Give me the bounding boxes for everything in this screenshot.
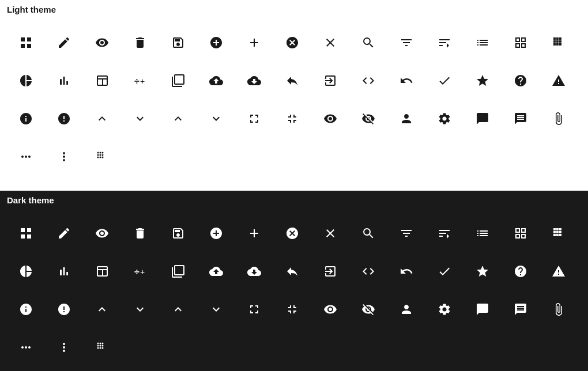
upload-cloud-icon[interactable] bbox=[197, 62, 235, 100]
pencil-icon[interactable] bbox=[45, 24, 83, 62]
dark-info-icon[interactable] bbox=[7, 290, 45, 328]
help-icon[interactable] bbox=[502, 62, 540, 100]
dark-logout-icon[interactable] bbox=[311, 252, 349, 290]
dark-account-icon[interactable] bbox=[387, 290, 425, 328]
fullscreen-icon[interactable] bbox=[235, 100, 273, 138]
grid-small-icon[interactable] bbox=[540, 24, 578, 62]
fullscreen-exit-icon[interactable] bbox=[273, 100, 311, 138]
light-theme-title: Light theme bbox=[0, 0, 588, 20]
star-icon[interactable] bbox=[463, 62, 502, 100]
dark-sort-desc-icon[interactable] bbox=[425, 214, 463, 252]
dark-comment-icon[interactable] bbox=[463, 290, 502, 328]
dark-eye-off-icon[interactable] bbox=[349, 290, 387, 328]
grid4-icon[interactable] bbox=[502, 24, 540, 62]
dark-trash-icon[interactable] bbox=[121, 214, 159, 252]
dark-bar-chart-icon[interactable] bbox=[45, 252, 83, 290]
dark-eye-show-icon[interactable] bbox=[311, 290, 349, 328]
dark-comment-text-icon[interactable] bbox=[502, 290, 540, 328]
eye-show-icon[interactable] bbox=[311, 100, 349, 138]
dark-download-cloud-icon[interactable] bbox=[235, 252, 273, 290]
select-all-icon[interactable] bbox=[159, 62, 197, 100]
dark-chevron-down-icon[interactable] bbox=[121, 290, 159, 328]
dark-code-icon[interactable] bbox=[349, 252, 387, 290]
dark-chevron-up-icon[interactable] bbox=[83, 290, 121, 328]
dark-grid4-icon[interactable] bbox=[502, 214, 540, 252]
dark-dots-grid-icon[interactable] bbox=[83, 328, 121, 366]
code-icon[interactable] bbox=[349, 62, 387, 100]
save-icon[interactable] bbox=[159, 24, 197, 62]
alert-badge-icon[interactable] bbox=[45, 100, 83, 138]
dots-grid-icon[interactable] bbox=[83, 138, 121, 176]
dark-search-icon[interactable] bbox=[349, 214, 387, 252]
logout-icon[interactable] bbox=[311, 62, 349, 100]
dark-expand-down-icon[interactable] bbox=[197, 290, 235, 328]
list-icon[interactable] bbox=[463, 24, 502, 62]
trash-icon[interactable] bbox=[121, 24, 159, 62]
dark-expand-up-icon[interactable] bbox=[159, 290, 197, 328]
dark-settings-icon[interactable] bbox=[425, 290, 463, 328]
dark-add-circle-icon[interactable] bbox=[197, 214, 235, 252]
dark-login-icon[interactable] bbox=[273, 252, 311, 290]
info-icon[interactable] bbox=[7, 100, 45, 138]
dark-close-circle-icon[interactable] bbox=[273, 214, 311, 252]
comment-icon[interactable] bbox=[463, 100, 502, 138]
dark-plus-icon[interactable] bbox=[235, 214, 273, 252]
dark-star-icon[interactable] bbox=[463, 252, 502, 290]
dark-table-icon[interactable] bbox=[83, 252, 121, 290]
dark-upload-cloud-icon[interactable] bbox=[197, 252, 235, 290]
dark-ellipsis-v-icon[interactable] bbox=[45, 328, 83, 366]
dark-eye-icon[interactable] bbox=[83, 214, 121, 252]
pie-chart-icon[interactable] bbox=[7, 62, 45, 100]
svg-point-23 bbox=[102, 343, 104, 344]
sort-desc-icon[interactable] bbox=[425, 24, 463, 62]
add-circle-icon[interactable] bbox=[197, 24, 235, 62]
search-icon[interactable] bbox=[349, 24, 387, 62]
dark-alert-badge-icon[interactable] bbox=[45, 290, 83, 328]
settings-icon[interactable] bbox=[425, 100, 463, 138]
table-icon[interactable] bbox=[83, 62, 121, 100]
undo-icon[interactable] bbox=[387, 62, 425, 100]
check-icon[interactable] bbox=[425, 62, 463, 100]
login-icon[interactable] bbox=[273, 62, 311, 100]
account-icon[interactable] bbox=[387, 100, 425, 138]
dark-warning-icon[interactable] bbox=[540, 252, 578, 290]
download-cloud-icon[interactable] bbox=[235, 62, 273, 100]
dark-formula-icon[interactable]: ÷+ bbox=[121, 252, 159, 290]
eye-off-icon[interactable] bbox=[349, 100, 387, 138]
svg-point-22 bbox=[100, 343, 101, 344]
dark-grid-icon[interactable] bbox=[7, 214, 45, 252]
dark-fullscreen-exit-icon[interactable] bbox=[273, 290, 311, 328]
expand-down-icon[interactable] bbox=[197, 100, 235, 138]
filter-icon[interactable] bbox=[387, 24, 425, 62]
dark-attachment-icon[interactable] bbox=[540, 290, 578, 328]
bar-chart-icon[interactable] bbox=[45, 62, 83, 100]
dark-close-icon[interactable] bbox=[311, 214, 349, 252]
warning-icon[interactable] bbox=[540, 62, 578, 100]
ellipsis-h-icon[interactable] bbox=[7, 138, 45, 176]
expand-up-icon[interactable] bbox=[159, 100, 197, 138]
dark-list-icon[interactable] bbox=[463, 214, 502, 252]
dark-grid-small-icon[interactable] bbox=[540, 214, 578, 252]
dark-fullscreen-icon[interactable] bbox=[235, 290, 273, 328]
chevron-up-icon[interactable] bbox=[83, 100, 121, 138]
svg-point-13 bbox=[100, 157, 101, 158]
comment-text-icon[interactable] bbox=[502, 100, 540, 138]
dark-pencil-icon[interactable] bbox=[45, 214, 83, 252]
formula-icon[interactable]: ÷+ bbox=[121, 62, 159, 100]
attachment-icon[interactable] bbox=[540, 100, 578, 138]
grid-icon[interactable] bbox=[7, 24, 45, 62]
plus-icon[interactable] bbox=[235, 24, 273, 62]
dark-check-icon[interactable] bbox=[425, 252, 463, 290]
ellipsis-v-icon[interactable] bbox=[45, 138, 83, 176]
dark-select-all-icon[interactable] bbox=[159, 252, 197, 290]
chevron-down-icon[interactable] bbox=[121, 100, 159, 138]
dark-undo-icon[interactable] bbox=[387, 252, 425, 290]
close-icon[interactable] bbox=[311, 24, 349, 62]
dark-save-icon[interactable] bbox=[159, 214, 197, 252]
eye-icon[interactable] bbox=[83, 24, 121, 62]
close-circle-icon[interactable] bbox=[273, 24, 311, 62]
dark-pie-chart-icon[interactable] bbox=[7, 252, 45, 290]
dark-ellipsis-h-icon[interactable] bbox=[7, 328, 45, 366]
dark-help-icon[interactable] bbox=[502, 252, 540, 290]
dark-filter-icon[interactable] bbox=[387, 214, 425, 252]
